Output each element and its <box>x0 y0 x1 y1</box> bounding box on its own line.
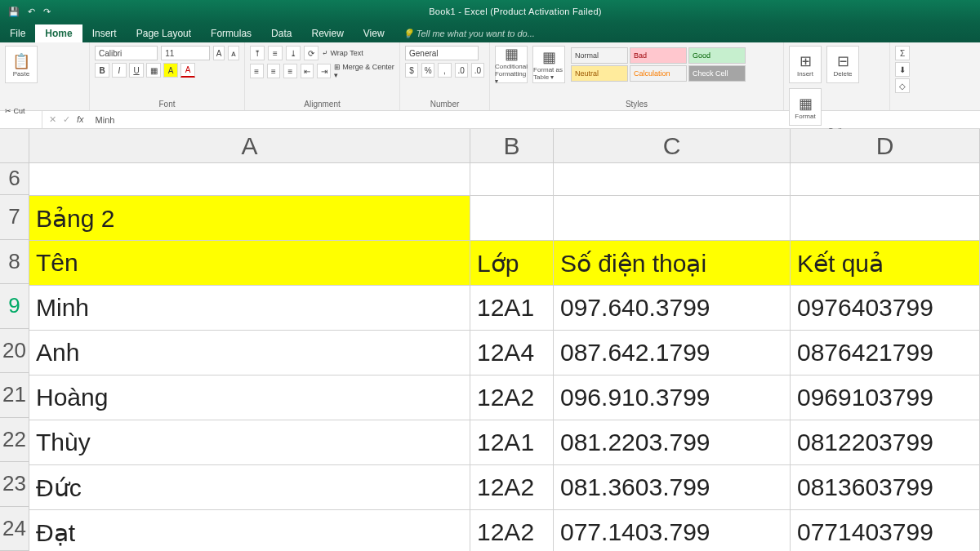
cell-styles-gallery[interactable]: Normal Bad Good Neutral Calculation Chec… <box>570 47 758 82</box>
col-header-d[interactable]: D <box>791 129 980 163</box>
tab-home[interactable]: Home <box>35 24 82 42</box>
col-header-b[interactable]: B <box>470 129 554 163</box>
underline-button[interactable]: U <box>129 63 144 78</box>
cell-a24[interactable]: Đạt <box>29 510 470 551</box>
cell-b24[interactable]: 12A2 <box>470 510 554 551</box>
cell-b21[interactable]: 12A2 <box>470 375 554 420</box>
cell-d21[interactable]: 0969103799 <box>791 375 980 420</box>
font-color-button[interactable]: A <box>180 63 195 78</box>
cell-d20[interactable]: 0876421799 <box>791 331 980 375</box>
cell-d9[interactable]: 0976403799 <box>791 286 980 331</box>
font-size-select[interactable]: 11 <box>161 46 210 60</box>
row-header-20[interactable]: 20 <box>0 329 29 373</box>
wrap-text-button[interactable]: ⤶ Wrap Text <box>322 49 363 57</box>
cell-a21[interactable]: Hoàng <box>29 375 470 420</box>
cell-b7[interactable] <box>470 196 554 241</box>
cell-b9[interactable]: 12A1 <box>470 286 554 331</box>
cell-d8[interactable]: Kết quả <box>791 241 980 286</box>
align-bottom-icon[interactable]: ⤓ <box>286 46 301 60</box>
align-middle-icon[interactable]: ≡ <box>268 46 283 60</box>
insert-cells-button[interactable]: ⊞Insert <box>789 46 822 83</box>
style-check-cell[interactable]: Check Cell <box>688 65 746 82</box>
clear-icon[interactable]: ◇ <box>895 78 910 93</box>
col-header-c[interactable]: C <box>554 129 791 163</box>
tell-me-search[interactable]: Tell me what you want to do... <box>394 25 543 42</box>
cell-c7[interactable] <box>554 196 791 241</box>
italic-button[interactable]: I <box>112 63 127 78</box>
cell-c6[interactable] <box>554 163 791 196</box>
cancel-formula-icon[interactable]: ✕ <box>49 114 56 125</box>
row-header-9[interactable]: 9 <box>0 284 29 328</box>
row-header-8[interactable]: 8 <box>0 240 29 284</box>
format-as-table-button[interactable]: ▦Format as Table ▾ <box>532 46 565 83</box>
cell-a20[interactable]: Anh <box>29 331 470 375</box>
cell-c8[interactable]: Số điện thoại <box>554 241 791 286</box>
format-cells-button[interactable]: ▦Format <box>789 88 822 126</box>
percent-icon[interactable]: % <box>421 63 434 78</box>
indent-inc-icon[interactable]: ⇥ <box>317 64 331 78</box>
cell-a7[interactable]: Bảng 2 <box>29 196 470 241</box>
cell-d6[interactable] <box>791 163 980 196</box>
cell-b20[interactable]: 12A4 <box>470 331 554 375</box>
increase-decimal-icon[interactable]: .0 <box>455 63 468 78</box>
save-icon[interactable]: 💾 <box>8 7 20 17</box>
align-right-icon[interactable]: ≡ <box>283 64 297 78</box>
cell-c20[interactable]: 087.642.1799 <box>554 331 791 375</box>
border-button[interactable]: ▦ <box>146 63 161 78</box>
style-good[interactable]: Good <box>688 47 746 64</box>
cell-d23[interactable]: 0813603799 <box>791 465 980 510</box>
cell-a8[interactable]: Tên <box>29 241 470 286</box>
currency-icon[interactable]: $ <box>405 63 418 78</box>
align-center-icon[interactable]: ≡ <box>267 64 281 78</box>
tab-review[interactable]: Review <box>301 24 353 42</box>
cell-a22[interactable]: Thùy <box>29 420 470 465</box>
conditional-formatting-button[interactable]: ▦Conditional Formatting ▾ <box>495 46 528 83</box>
col-header-a[interactable]: A <box>29 129 470 163</box>
cell-d22[interactable]: 0812203799 <box>791 420 980 465</box>
undo-icon[interactable]: ↶ <box>28 7 35 17</box>
merge-center-button[interactable]: ⊞ Merge & Center ▾ <box>334 63 394 79</box>
tab-formulas[interactable]: Formulas <box>201 24 261 42</box>
tab-data[interactable]: Data <box>261 24 301 42</box>
cell-c21[interactable]: 096.910.3799 <box>554 375 791 420</box>
formula-input[interactable]: Minh <box>91 115 115 125</box>
autosum-icon[interactable]: Σ <box>895 46 910 60</box>
name-box[interactable] <box>0 111 42 128</box>
cell-c24[interactable]: 077.1403.799 <box>554 510 791 551</box>
tab-file[interactable]: File <box>0 24 35 42</box>
cell-a23[interactable]: Đức <box>29 465 470 510</box>
style-neutral[interactable]: Neutral <box>571 65 628 82</box>
row-header-6[interactable]: 6 <box>0 163 29 196</box>
fill-icon[interactable]: ⬇ <box>895 62 910 77</box>
cell-b23[interactable]: 12A2 <box>470 465 554 510</box>
row-header-22[interactable]: 22 <box>0 418 29 462</box>
cell-d7[interactable] <box>791 196 980 241</box>
cell-c22[interactable]: 081.2203.799 <box>554 420 791 465</box>
align-top-icon[interactable]: ⤒ <box>250 46 265 60</box>
decrease-decimal-icon[interactable]: .0 <box>471 63 484 78</box>
tab-page-layout[interactable]: Page Layout <box>127 24 201 42</box>
row-header-24[interactable]: 24 <box>0 507 29 551</box>
fx-icon[interactable]: fx <box>77 114 84 125</box>
cell-b8[interactable]: Lớp <box>470 241 554 286</box>
enter-formula-icon[interactable]: ✓ <box>63 114 70 125</box>
cell-d24[interactable]: 0771403799 <box>791 510 980 551</box>
redo-icon[interactable]: ↷ <box>43 7 51 17</box>
align-left-icon[interactable]: ≡ <box>250 64 264 78</box>
indent-dec-icon[interactable]: ⇤ <box>301 64 314 78</box>
cell-b22[interactable]: 12A1 <box>470 420 554 465</box>
style-bad[interactable]: Bad <box>630 47 687 64</box>
worksheet-grid[interactable]: 6 7 8 9 20 21 22 23 24 A B C D Bảng 2 <box>0 129 980 551</box>
comma-icon[interactable]: , <box>438 63 451 78</box>
select-all-corner[interactable] <box>0 129 29 163</box>
tab-view[interactable]: View <box>354 24 394 42</box>
bold-button[interactable]: B <box>95 63 109 78</box>
cell-c9[interactable]: 097.640.3799 <box>554 286 791 331</box>
row-header-21[interactable]: 21 <box>0 373 29 417</box>
delete-cells-button[interactable]: ⊟Delete <box>826 46 859 83</box>
style-normal[interactable]: Normal <box>571 47 628 64</box>
cell-c23[interactable]: 081.3603.799 <box>554 465 791 510</box>
increase-font-icon[interactable]: A <box>213 46 225 60</box>
orientation-icon[interactable]: ⟳ <box>304 46 318 60</box>
number-format-select[interactable]: General <box>405 46 479 60</box>
